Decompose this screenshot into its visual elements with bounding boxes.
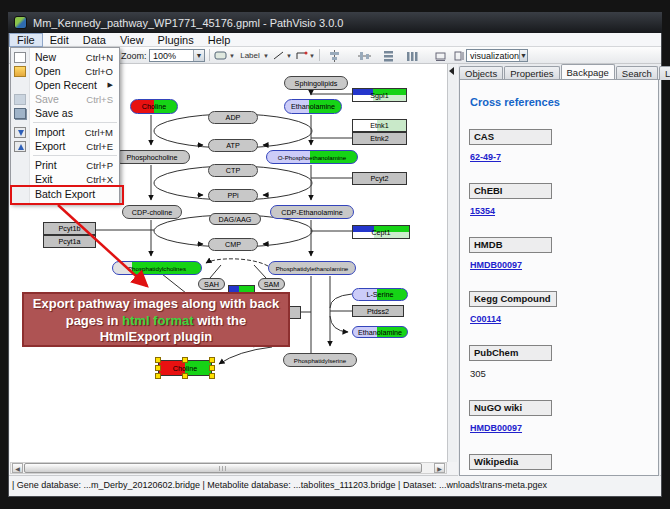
- selection-handle[interactable]: [155, 373, 161, 379]
- selection-handle[interactable]: [182, 373, 188, 379]
- selection-handle[interactable]: [209, 365, 215, 371]
- o-phosphoethanolamine-node[interactable]: O-Phosphoethanolamine: [266, 150, 358, 164]
- sah-node[interactable]: SAH: [198, 278, 225, 290]
- panel-splitter[interactable]: [447, 64, 457, 462]
- section-header-cas: CAS: [469, 129, 552, 145]
- selection-handle[interactable]: [209, 373, 215, 379]
- menu-data[interactable]: Data: [76, 33, 113, 47]
- file-menu-item-import[interactable]: ImportCtrl+M: [11, 125, 119, 139]
- phosphocholine-node[interactable]: Phosphocholine: [114, 150, 190, 164]
- tab-objects[interactable]: Objects: [459, 66, 503, 80]
- adp-node[interactable]: ADP: [208, 111, 258, 124]
- sgpl1-node[interactable]: Sgpl1: [352, 88, 407, 102]
- scrollbar-thumb[interactable]: [24, 463, 422, 473]
- file-menu-item-print[interactable]: PrintCtrl+P: [11, 158, 119, 172]
- pcyt1b-node[interactable]: Pcyt1b: [43, 222, 96, 235]
- file-menu: NewCtrl+NOpenCtrl+OOpen Recent▶SaveCtrl+…: [10, 47, 120, 204]
- section-header-chebi: ChEBI: [469, 183, 552, 199]
- phosphatidylethanolamine-node[interactable]: Phosphatidylethanolamine: [268, 261, 356, 275]
- align-middle-icon[interactable]: [357, 49, 372, 62]
- scroll-right-icon[interactable]: ▶: [434, 463, 445, 473]
- cept1-node[interactable]: Cept1: [352, 225, 410, 239]
- label-tool-icon[interactable]: Label: [237, 49, 263, 62]
- phosphatidylserine-node[interactable]: Phosphatidylserine: [283, 353, 357, 367]
- set-common-height-icon[interactable]: [451, 49, 466, 62]
- dag-aag-node[interactable]: DAG/AAG: [209, 213, 261, 225]
- chevron-down-icon[interactable]: ▼: [263, 53, 269, 59]
- screenshot-root: Mm_Kennedy_pathway_WP1771_45176.gpml - P…: [0, 0, 670, 509]
- chevron-down-icon[interactable]: ▼: [309, 53, 315, 59]
- menu-view[interactable]: View: [113, 33, 151, 47]
- chevron-down-icon[interactable]: ▼: [519, 50, 527, 61]
- visualization-combobox[interactable]: visualization ▼: [466, 49, 528, 62]
- ppi-node[interactable]: PPi: [208, 189, 258, 202]
- line-tool-icon[interactable]: [271, 49, 286, 62]
- xref-link-chebi[interactable]: 15354: [470, 206, 495, 216]
- l-serine-node[interactable]: L-Serine: [352, 288, 408, 301]
- annotation-callout: Export pathway images along with backpag…: [22, 292, 290, 347]
- tab-properties[interactable]: Properties: [504, 66, 559, 80]
- etnk1-node[interactable]: Etnk1: [352, 119, 407, 132]
- selection-handle[interactable]: [155, 365, 161, 371]
- xref-link-nugo-wiki[interactable]: HMDB00097: [470, 423, 522, 433]
- cdp-ethanolamine-node[interactable]: CDP-Ethanolamine: [270, 205, 354, 219]
- chevron-down-icon[interactable]: ▼: [286, 53, 292, 59]
- cdp-choline-node[interactable]: CDP-choline: [122, 205, 182, 219]
- menu-help[interactable]: Help: [201, 33, 238, 47]
- etnk2-node[interactable]: Etnk2: [352, 132, 407, 145]
- selection-handle[interactable]: [209, 357, 215, 363]
- xref-link-kegg-compound[interactable]: C00114: [470, 314, 501, 324]
- menu-item-label: Save: [35, 93, 59, 105]
- node-label: SAH: [199, 280, 224, 289]
- cmp-node[interactable]: CMP: [208, 238, 258, 251]
- tab-legend[interactable]: Legend: [659, 66, 670, 80]
- backpage-content[interactable]: Cross references CAS62-49-7ChEBI15354HMD…: [459, 79, 659, 476]
- chevron-down-icon[interactable]: ▼: [229, 53, 235, 59]
- phosphatidylcholines-node[interactable]: Phosphatidylcholines: [112, 261, 202, 275]
- stack-vertical-icon[interactable]: [381, 49, 396, 62]
- xref-link-hmdb[interactable]: HMDB00097: [470, 260, 522, 270]
- pcyt1a-node[interactable]: Pcyt1a: [43, 235, 96, 248]
- menu-edit[interactable]: Edit: [43, 33, 76, 47]
- sphingolipids-node[interactable]: Sphingolipids: [284, 76, 348, 90]
- xref-link-cas[interactable]: 62-49-7: [470, 152, 501, 162]
- callout-line: Export pathway images along with back: [24, 296, 288, 313]
- choline-node[interactable]: Choline: [130, 99, 178, 114]
- sam-node[interactable]: SAM: [258, 278, 285, 290]
- tab-backpage[interactable]: Backpage: [561, 64, 615, 80]
- collapse-splitter-icon[interactable]: [449, 67, 454, 75]
- file-menu-item-save-as[interactable]: Save as: [11, 106, 119, 120]
- file-menu-item-exit[interactable]: ExitCtrl+X: [11, 172, 119, 186]
- datanode-tool-icon[interactable]: [213, 49, 228, 62]
- selection-handle[interactable]: [182, 357, 188, 363]
- ethanolamine-node[interactable]: Ethanolamine: [284, 99, 342, 114]
- ptdss2-node[interactable]: Ptdss2: [352, 305, 404, 317]
- file-menu-item-open[interactable]: OpenCtrl+O: [11, 64, 119, 78]
- connector-tool-icon[interactable]: [294, 49, 309, 62]
- atp-node[interactable]: ATP: [208, 139, 258, 152]
- visualization-value: visualization: [470, 51, 519, 61]
- ethanolamine-node[interactable]: Ethanolamine: [352, 326, 408, 338]
- menu-plugins[interactable]: Plugins: [151, 33, 201, 47]
- file-menu-item-new[interactable]: NewCtrl+N: [11, 50, 119, 64]
- align-center-icon[interactable]: [327, 49, 342, 62]
- file-menu-item-export[interactable]: ExportCtrl+E: [11, 139, 119, 153]
- scroll-left-icon[interactable]: ◀: [12, 463, 23, 473]
- pcyt2-node[interactable]: Pcyt2: [352, 172, 407, 185]
- status-bar: | Gene database: ...m_Derby_20120602.bri…: [9, 475, 661, 494]
- ctp-node[interactable]: CTP: [208, 164, 258, 177]
- file-menu-item-batch-export[interactable]: Batch Export: [11, 186, 119, 201]
- tab-search[interactable]: Search: [616, 66, 658, 80]
- stack-horizontal-icon[interactable]: [405, 49, 420, 62]
- selection-handle[interactable]: [155, 357, 161, 363]
- callout-highlight-text: html format: [122, 313, 194, 328]
- node-label: L-Serine: [353, 290, 407, 299]
- set-common-width-icon[interactable]: [433, 49, 448, 62]
- canvas-horizontal-scrollbar[interactable]: ◀ ▶: [10, 462, 447, 474]
- chevron-down-icon[interactable]: ▼: [193, 50, 204, 61]
- node-label: CMP: [209, 240, 257, 249]
- zoom-combobox[interactable]: 100% ▼: [149, 49, 205, 62]
- menu-file[interactable]: File: [9, 33, 43, 47]
- file-menu-item-save[interactable]: SaveCtrl+S: [11, 92, 119, 106]
- file-menu-item-open-recent[interactable]: Open Recent▶: [11, 78, 119, 92]
